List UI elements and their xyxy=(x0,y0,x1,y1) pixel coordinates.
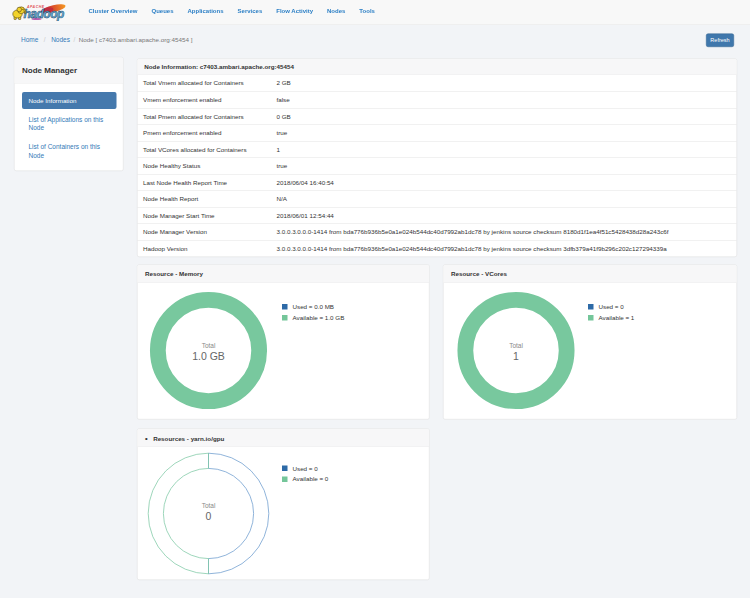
svg-text:hadoop: hadoop xyxy=(24,7,64,21)
